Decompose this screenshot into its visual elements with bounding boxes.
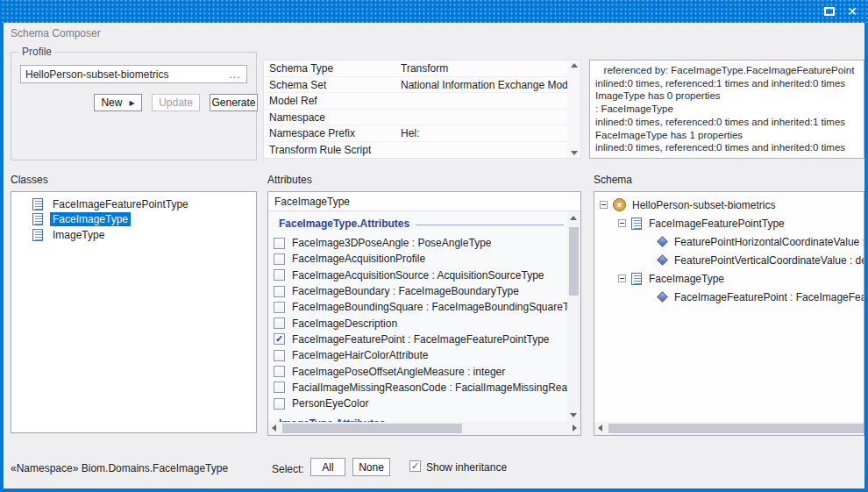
close-icon[interactable]: ✕ <box>847 7 857 16</box>
attributes-panel-header: FaceImageType <box>268 192 580 211</box>
property-row[interactable]: Transform Rule Script <box>264 142 567 158</box>
attribute-row[interactable]: FaceImageFeaturePoint : FaceImageFeature… <box>268 332 567 347</box>
property-grid-scrollbar[interactable] <box>567 61 580 158</box>
attributes-label: Attributes <box>267 174 312 186</box>
tree-row[interactable]: FaceImageFeaturePoint : FaceImageFeature… <box>594 288 864 306</box>
classes-list: FaceImageFeaturePointType FaceImageType … <box>11 191 257 433</box>
attribute-row[interactable]: FaceImagePoseOffsetAngleMeasure : intege… <box>268 363 567 379</box>
collapse-toggle-icon[interactable] <box>618 275 626 282</box>
attribute-checkbox[interactable] <box>274 333 285 345</box>
property-key: Transform Rule Script <box>264 142 397 158</box>
class-list-item[interactable]: ImageType <box>11 227 256 243</box>
scroll-left-icon[interactable] <box>598 424 602 431</box>
attributes-horizontal-scrollbar[interactable] <box>268 422 580 435</box>
scrollbar-thumb[interactable] <box>282 424 462 433</box>
attribute-name: FaceImageHairColorAttribute <box>292 349 428 361</box>
select-none-button[interactable]: None <box>352 458 390 476</box>
property-rows: Schema Type Transform Schema Set Nationa… <box>264 61 567 158</box>
tree-row[interactable]: HelloPerson-subset-biometrics <box>594 196 864 214</box>
attributes-body: FaceImageType.Attributes FaceImage3DPose… <box>268 211 580 422</box>
attributes-panel: FaceImageType FaceImageType.Attributes F… <box>267 191 581 436</box>
schema-root-icon <box>613 198 626 211</box>
attribute-icon <box>657 254 668 266</box>
attribute-row[interactable]: FaceImageHairColorAttribute <box>268 347 567 363</box>
class-icon <box>32 198 43 210</box>
tree-row[interactable]: FaceImageFeaturePointType <box>594 214 864 232</box>
class-list-item[interactable]: FaceImageType <box>11 212 256 228</box>
attribute-icon <box>657 236 668 247</box>
generate-button[interactable]: Generate <box>210 94 258 111</box>
scroll-right-icon[interactable] <box>573 424 577 431</box>
profile-name-input[interactable]: HelloPerson-subset-biometrics ... <box>20 65 247 83</box>
property-key: Namespace Prefix <box>264 125 397 141</box>
attribute-name: FaceImageAcquisitionSource : Acquisition… <box>292 269 544 282</box>
class-icon <box>631 217 642 230</box>
schema-panel: HelloPerson-subset-biometrics FaceImageF… <box>594 191 864 436</box>
scrollbar-thumb[interactable] <box>569 227 579 296</box>
attribute-checkbox[interactable] <box>274 269 285 281</box>
profile-legend: Profile <box>18 46 55 58</box>
property-row[interactable]: Namespace <box>264 110 567 126</box>
scroll-up-icon[interactable] <box>570 216 577 220</box>
attribute-checkbox[interactable] <box>274 350 285 361</box>
attribute-name: FacialImageMissingReasonCode : FacialIma… <box>292 381 567 394</box>
maximize-icon[interactable] <box>824 7 835 16</box>
attribute-row[interactable]: FaceImageDescription <box>268 315 567 331</box>
attribute-checkbox[interactable] <box>274 398 285 410</box>
attribute-name: PersonEyeColor <box>292 397 368 410</box>
attribute-row[interactable]: FaceImageBoundingSquare : FaceImageBound… <box>268 299 567 315</box>
property-row[interactable]: Namespace Prefix Hel: <box>264 125 567 142</box>
property-value <box>397 93 567 109</box>
dialog-client-area: Schema Composer Profile HelloPerson-subs… <box>4 23 864 488</box>
attribute-checkbox[interactable] <box>274 253 285 265</box>
attribute-row[interactable]: FaceImage3DPoseAngle : PoseAngleType <box>268 235 567 251</box>
collapse-toggle-icon[interactable] <box>618 219 626 227</box>
attribute-checkbox[interactable] <box>274 381 285 393</box>
property-value: Hel: <box>397 125 567 141</box>
profile-info-box: referenced by: FaceImageType.FaceImageFe… <box>589 60 864 159</box>
tree-row[interactable]: FeaturePointVerticalCoordinateValue : de… <box>594 251 864 269</box>
property-row[interactable]: Model Ref <box>264 93 567 110</box>
attributes-vertical-scrollbar[interactable] <box>567 211 580 422</box>
tree-row[interactable]: FeaturePointHorizontalCoordinateValue : … <box>594 232 864 251</box>
attribute-checkbox[interactable] <box>274 238 285 249</box>
attribute-checkbox[interactable] <box>274 286 285 297</box>
show-inheritance-checkbox[interactable] <box>409 460 421 472</box>
attribute-checkbox[interactable] <box>274 302 285 313</box>
select-all-button[interactable]: All <box>310 458 345 476</box>
scroll-up-icon[interactable] <box>571 63 578 68</box>
attribute-checkbox[interactable] <box>274 317 285 329</box>
class-icon <box>32 229 43 241</box>
profile-name-value: HelloPerson-subset-biometrics <box>21 68 224 81</box>
property-key: Namespace <box>264 110 397 125</box>
tree-row[interactable]: FaceImageType <box>594 269 864 288</box>
schema-label: Schema <box>594 174 632 186</box>
property-key: Schema Set <box>264 77 397 93</box>
browse-button[interactable]: ... <box>224 68 246 81</box>
attribute-row[interactable]: FacialImageMissingReasonCode : FacialIma… <box>268 380 567 396</box>
update-button[interactable]: Update <box>152 94 200 111</box>
attribute-row[interactable]: FaceImageBoundary : FaceImageBoundaryTyp… <box>268 283 567 299</box>
property-value <box>397 110 567 125</box>
attribute-name: FaceImageAcquisitionProfile <box>292 253 425 265</box>
scrollbar-thumb[interactable] <box>608 424 864 433</box>
scroll-down-icon[interactable] <box>570 413 577 417</box>
attribute-row[interactable]: FaceImageAcquisitionSource : Acquisition… <box>268 267 567 283</box>
scroll-left-icon[interactable] <box>272 424 276 431</box>
property-value: Transform <box>397 61 567 76</box>
schema-composer-window: ✕ Schema Composer Profile HelloPerson-su… <box>0 0 868 492</box>
new-button[interactable]: New ▶ <box>94 94 142 111</box>
class-name: FaceImageType <box>50 212 131 226</box>
attribute-row[interactable]: PersonEyeColor <box>268 396 567 411</box>
property-value <box>397 142 567 158</box>
property-row[interactable]: Schema Set National Information Exchange… <box>264 77 567 94</box>
collapse-toggle-icon[interactable] <box>600 201 608 209</box>
scroll-down-icon[interactable] <box>571 151 578 155</box>
property-row[interactable]: Schema Type Transform <box>264 61 567 77</box>
class-list-item[interactable]: FaceImageFeaturePointType <box>11 196 256 212</box>
tree-node-label: FaceImageFeaturePointType <box>649 217 785 230</box>
attribute-row[interactable]: FaceImageAcquisitionProfile <box>268 251 567 267</box>
attribute-checkbox[interactable] <box>274 366 285 377</box>
schema-horizontal-scrollbar[interactable] <box>594 422 864 435</box>
titlebar[interactable]: ✕ <box>0 0 868 23</box>
